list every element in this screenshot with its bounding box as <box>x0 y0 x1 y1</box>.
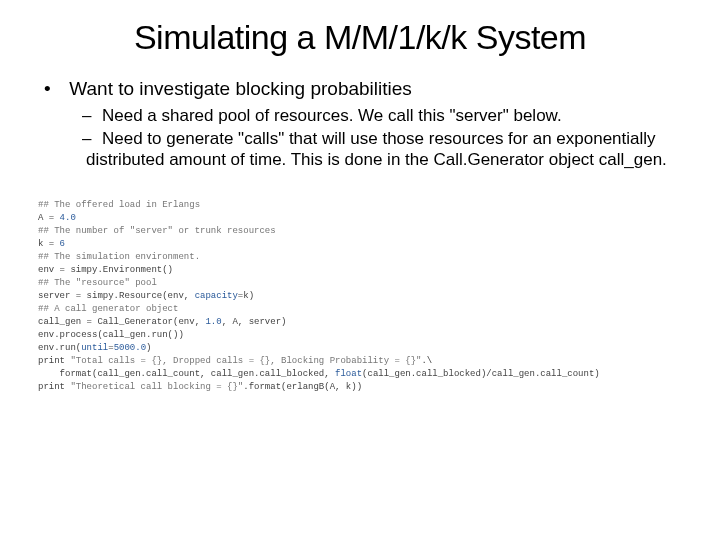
code-line: A = <box>38 213 60 223</box>
code-line: format(call_gen.call_count, call_gen.cal… <box>38 369 335 379</box>
code-line: env.process(call_gen.run()) <box>38 330 184 340</box>
code-line: env = simpy.Environment() <box>38 265 173 275</box>
bullet-text: Want to investigate blocking probabiliti… <box>69 78 412 99</box>
bullet-list: Want to investigate blocking probabiliti… <box>48 77 672 171</box>
code-line: print <box>38 356 70 366</box>
code-line: , A, server) <box>222 317 287 327</box>
code-string: "Total calls = {}, Dropped calls = {}, B… <box>70 356 421 366</box>
slide-title: Simulating a M/M/1/k/k System <box>48 18 672 57</box>
code-line: .format(erlangB(A, k)) <box>243 382 362 392</box>
code-comment: ## The simulation environment. <box>38 252 200 262</box>
sub-bullet-text: Need to generate "calls" that will use t… <box>86 129 667 169</box>
code-line: =k) <box>238 291 254 301</box>
code-number: 5000.0 <box>114 343 146 353</box>
slide: Simulating a M/M/1/k/k System Want to in… <box>0 0 720 394</box>
bullet-item: Want to investigate blocking probabiliti… <box>48 77 672 171</box>
code-line: k = <box>38 239 60 249</box>
code-line: env.run( <box>38 343 81 353</box>
code-line: call_gen = Call_Generator(env, <box>38 317 205 327</box>
code-string: "Theoretical call blocking = {}" <box>70 382 243 392</box>
code-line: server = simpy.Resource(env, <box>38 291 195 301</box>
code-line: print <box>38 382 70 392</box>
code-number: 4.0 <box>60 213 76 223</box>
code-comment: ## The number of "server" or trunk resou… <box>38 226 276 236</box>
code-line: .\ <box>421 356 432 366</box>
code-kw: until <box>81 343 108 353</box>
code-line: ) <box>146 343 151 353</box>
code-comment: ## A call generator object <box>38 304 178 314</box>
code-comment: ## The offered load in Erlangs <box>38 200 200 210</box>
sub-bullet-item: Need to generate "calls" that will use t… <box>86 128 672 171</box>
code-block: ## The offered load in Erlangs A = 4.0 #… <box>38 199 672 395</box>
code-number: 1.0 <box>205 317 221 327</box>
code-comment: ## The "resource" pool <box>38 278 157 288</box>
sub-bullet-list: Need a shared pool of resources. We call… <box>86 105 672 171</box>
code-number: 6 <box>60 239 65 249</box>
code-kw: capacity <box>195 291 238 301</box>
sub-bullet-item: Need a shared pool of resources. We call… <box>86 105 672 126</box>
code-kw: float <box>335 369 362 379</box>
sub-bullet-text: Need a shared pool of resources. We call… <box>102 106 562 125</box>
code-line: (call_gen.call_blocked)/call_gen.call_co… <box>362 369 600 379</box>
